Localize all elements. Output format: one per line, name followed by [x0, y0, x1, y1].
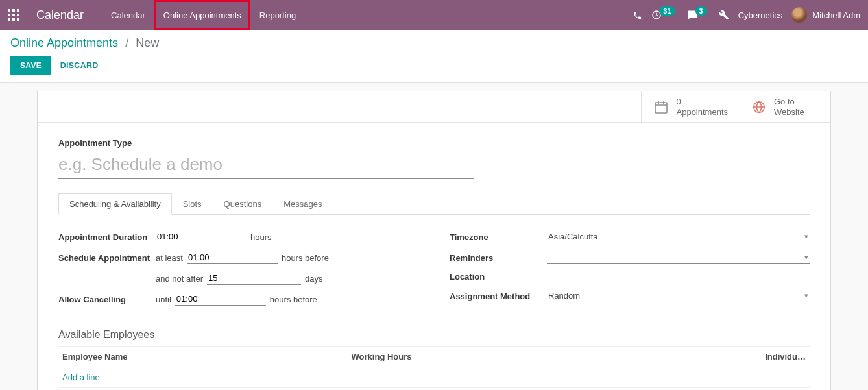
duration-input[interactable]: [156, 230, 247, 243]
svg-rect-4: [12, 14, 15, 16]
save-button[interactable]: SAVE: [10, 56, 51, 75]
schedule-notafter-text: and not after: [156, 274, 203, 284]
add-line-link[interactable]: Add a line: [62, 372, 100, 382]
reminders-select[interactable]: ▾: [547, 251, 810, 264]
svg-rect-8: [17, 18, 19, 21]
svg-rect-7: [12, 18, 15, 21]
tab-messages[interactable]: Messages: [272, 193, 333, 215]
cancel-unit: hours before: [270, 295, 317, 304]
timezone-label: Timezone: [450, 232, 547, 242]
company-selector[interactable]: Cybernetics: [738, 10, 783, 20]
activity-badge: 31: [659, 6, 675, 16]
schedule-notafter-input[interactable]: [207, 272, 301, 285]
stat-appointments-label: Appointments: [677, 107, 729, 117]
stat-buttons: 0 Appointments Go to Website: [38, 91, 830, 123]
svg-rect-2: [17, 9, 19, 12]
svg-rect-3: [8, 14, 10, 16]
schedule-atleast-text: at least: [156, 253, 183, 263]
svg-rect-0: [8, 9, 10, 12]
stat-appointments[interactable]: 0 Appointments: [641, 91, 740, 122]
discard-button[interactable]: DISCARD: [60, 61, 99, 70]
breadcrumb-parent[interactable]: Online Appointments: [10, 36, 118, 49]
stat-website-line2: Website: [774, 107, 804, 117]
nav-item-calendar[interactable]: Calendar: [102, 0, 154, 30]
tab-scheduling[interactable]: Scheduling & Availability: [58, 193, 172, 215]
tab-slots[interactable]: Slots: [172, 193, 213, 215]
timezone-value: Asia/Calcutta: [548, 232, 598, 241]
phone-icon[interactable]: [633, 10, 642, 20]
nav-menu: Calendar Online Appointments Reporting: [102, 0, 305, 30]
appointment-type-input[interactable]: [58, 152, 474, 179]
tab-questions[interactable]: Questions: [213, 193, 273, 215]
schedule-atleast-unit: hours before: [282, 253, 329, 263]
reminders-label: Reminders: [450, 253, 547, 263]
apps-icon[interactable]: [8, 9, 23, 21]
user-name: Mitchell Adm: [812, 10, 860, 20]
assignment-select[interactable]: Random ▾: [547, 289, 810, 302]
stat-website[interactable]: Go to Website: [740, 91, 830, 122]
control-panel: Online Appointments / New SAVE DISCARD: [0, 30, 868, 83]
timezone-select[interactable]: Asia/Calcutta ▾: [547, 230, 810, 243]
col-employee-name[interactable]: Employee Name: [58, 347, 348, 367]
chevron-down-icon: ▾: [804, 291, 808, 300]
breadcrumb-sep: /: [125, 36, 128, 49]
cancel-label: Allow Cancelling: [58, 295, 156, 304]
tools-icon[interactable]: [719, 10, 729, 20]
form-sheet: 0 Appointments Go to Website Appointment…: [37, 91, 831, 390]
duration-unit: hours: [250, 232, 272, 242]
svg-rect-1: [12, 9, 15, 12]
schedule-atleast-input[interactable]: [187, 251, 278, 264]
chevron-down-icon: ▾: [804, 232, 808, 241]
breadcrumb-current: New: [136, 36, 159, 49]
duration-label: Appointment Duration: [58, 232, 156, 242]
schedule-notafter-unit: days: [305, 274, 322, 284]
svg-rect-10: [655, 103, 667, 113]
assignment-label: Assignment Method: [450, 291, 547, 301]
tabs: Scheduling & Availability Slots Question…: [58, 193, 810, 215]
nav-item-reporting[interactable]: Reporting: [250, 0, 305, 30]
chevron-down-icon: ▾: [804, 253, 808, 262]
schedule-label: Schedule Appointment: [58, 253, 156, 263]
brand[interactable]: Calendar: [36, 8, 84, 22]
avatar: [791, 7, 807, 23]
right-col: Timezone Asia/Calcutta ▾ Reminders ▾: [450, 230, 810, 313]
stat-appointments-count: 0: [677, 97, 729, 107]
stat-website-line1: Go to: [774, 97, 804, 107]
chat-badge: 3: [695, 6, 707, 16]
employees-table: Employee Name Working Hours Individu… Ad…: [58, 346, 810, 388]
left-col: Appointment Duration hours Schedule Appo…: [58, 230, 418, 313]
available-employees-heading: Available Employees: [58, 329, 810, 341]
table-row: Add a line: [58, 367, 810, 388]
col-working-hours[interactable]: Working Hours: [348, 347, 618, 367]
chat-icon[interactable]: 3: [687, 10, 710, 21]
location-label: Location: [450, 272, 547, 282]
cancel-input[interactable]: [175, 293, 266, 306]
appointment-type-label: Appointment Type: [58, 138, 810, 148]
col-individual[interactable]: Individu…: [617, 347, 810, 367]
assignment-value: Random: [548, 291, 580, 300]
svg-rect-5: [17, 14, 19, 16]
nav-item-online-appointments[interactable]: Online Appointments: [154, 0, 250, 30]
user-menu[interactable]: Mitchell Adm: [791, 7, 860, 23]
nav-right: 31 3 Cybernetics Mitchell Adm: [633, 7, 860, 23]
navbar: Calendar Calendar Online Appointments Re…: [0, 0, 868, 30]
svg-rect-6: [8, 18, 10, 21]
activity-icon[interactable]: 31: [651, 10, 677, 20]
breadcrumb: Online Appointments / New: [10, 36, 858, 50]
cancel-until-text: until: [156, 295, 171, 304]
